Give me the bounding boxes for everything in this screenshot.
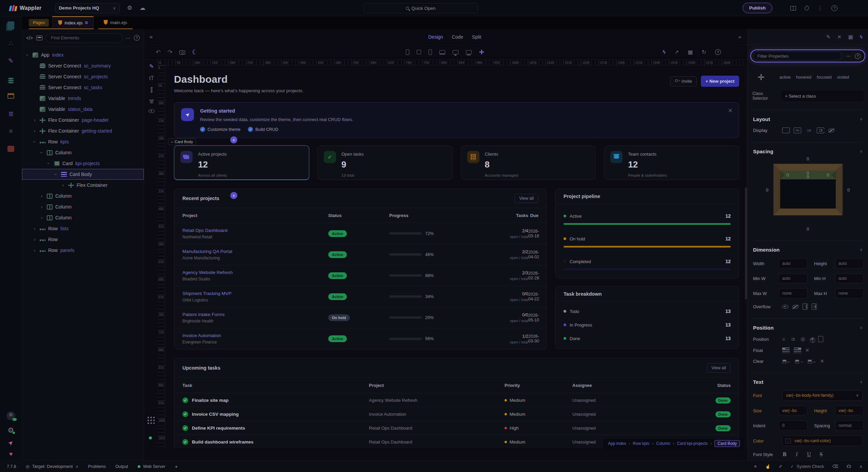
user-avatar[interactable] [6, 411, 15, 420]
tree-item[interactable]: Flex Container [22, 180, 144, 191]
letter-spacing-input[interactable]: normal [835, 421, 864, 430]
chevron-down-icon[interactable]: ∨ [860, 248, 863, 252]
server-panel-icon[interactable] [5, 90, 17, 102]
clear-none-icon[interactable]: ✕ [820, 358, 824, 364]
tree-item[interactable]: Column [22, 147, 144, 158]
expander-chevron-icon[interactable] [32, 139, 37, 144]
expander-chevron-icon[interactable] [39, 204, 44, 210]
design-panel-icon[interactable]: ✎ [5, 55, 17, 66]
tree-item[interactable]: Server Connect sc_projects [22, 71, 144, 82]
breadcrumb-item[interactable]: Row kpis [633, 441, 650, 446]
font-family-select[interactable]: var(--bs-body-font-family) ∨ [782, 390, 863, 400]
tree-item[interactable]: Variable trends [22, 93, 144, 104]
bug-icon[interactable] [846, 464, 851, 470]
close-icon[interactable]: ✕ [728, 107, 733, 114]
expander-chevron-icon[interactable] [32, 248, 37, 253]
tree-item[interactable]: Server Connect sc_tasks [22, 82, 144, 93]
tree-item[interactable]: Card Body [22, 169, 144, 180]
section-dimension[interactable]: Dimension [753, 247, 780, 253]
database-panel-icon[interactable] [5, 73, 17, 84]
color-swatch[interactable] [785, 438, 791, 444]
size-input[interactable]: var(--bs [779, 406, 807, 415]
maxh-input[interactable]: none [835, 289, 864, 298]
project-link[interactable]: Invoice Automation [182, 333, 328, 338]
heart-icon[interactable]: ♥ [9, 451, 13, 458]
pages-panel-icon[interactable] [5, 20, 17, 31]
more-menu-icon[interactable]: ⋮ [817, 5, 823, 11]
ruler-icon[interactable] [151, 87, 153, 93]
tree-item[interactable]: Card kpi-projects [22, 158, 144, 169]
tree-item[interactable]: Row lists [22, 223, 144, 234]
margin-right-value[interactable]: 0 [844, 188, 854, 193]
tree-item[interactable]: Row panels [22, 245, 144, 256]
display-block-icon[interactable] [782, 127, 790, 133]
droplet-icon[interactable] [804, 5, 810, 11]
extensions-panel-icon[interactable] [5, 143, 17, 155]
height-input[interactable]: auto [835, 259, 864, 268]
breadcrumb-item[interactable]: Column [656, 441, 670, 446]
layers-panel-icon[interactable]: ≡ [5, 125, 17, 137]
tree-item[interactable]: Flex Container getting-started [22, 125, 144, 136]
overflow-auto-icon[interactable]: A [812, 303, 817, 310]
padding-bottom-value[interactable]: 0 [807, 171, 809, 176]
padding-left-value[interactable]: 0 [787, 173, 789, 178]
chevron-down-icon[interactable]: ∨ [860, 117, 863, 121]
detach-icon[interactable]: ✕ [837, 34, 842, 40]
section-text[interactable]: Text [753, 379, 764, 385]
table-row[interactable]: Shipment Tracking MVP Orbit Logistics Ac… [174, 286, 547, 307]
screenshot-icon[interactable] [179, 51, 185, 55]
expand-right-icon[interactable]: » [738, 34, 741, 40]
thumbs-up-icon[interactable]: ☝ [765, 464, 771, 469]
display-inline-block-icon[interactable]: AB [794, 127, 801, 133]
qr-code-icon[interactable]: ▦ [688, 49, 693, 55]
margin-frame[interactable]: 0 0 0 0 [773, 164, 843, 215]
chevron-down-icon[interactable]: ∨ [860, 149, 863, 154]
position-relative-icon[interactable] [789, 336, 796, 342]
edit-pencil-icon[interactable]: ✎ [149, 63, 154, 70]
project-link[interactable]: Patient Intake Forms [182, 312, 328, 317]
device-phone-icon[interactable] [406, 50, 409, 55]
minw-input[interactable]: auto [779, 274, 807, 283]
expander-chevron-icon[interactable] [32, 226, 37, 231]
panel-more-icon[interactable]: ⋯ [846, 53, 851, 59]
expander-chevron-icon[interactable] [39, 215, 44, 220]
tab-split[interactable]: Split [472, 34, 481, 40]
kpi-card[interactable]: Team contacts 12 People & stakeholders [604, 145, 739, 180]
padding-right-value[interactable]: 0 [827, 173, 829, 178]
apps-grid-icon[interactable] [146, 416, 155, 424]
italic-icon[interactable]: I [794, 451, 799, 457]
chevron-down-icon[interactable]: ∨ [860, 380, 863, 384]
table-row[interactable]: ✓ Invoice CSV mapping Invoice Automation… [174, 407, 739, 421]
add-element-button[interactable]: + [230, 192, 237, 199]
table-row[interactable]: Manufacturing QA Portal Acme Manufacturi… [174, 244, 547, 265]
tree-item[interactable]: Row [22, 234, 144, 245]
tree-item[interactable]: App index [22, 50, 144, 60]
expander-chevron-icon[interactable] [25, 52, 30, 58]
margin-left-value[interactable]: 0 [762, 188, 772, 193]
chevron-down-icon[interactable]: ∨ [860, 326, 863, 330]
project-link[interactable]: Retail Ops Dashboard [182, 228, 328, 233]
line-height-input[interactable]: var(--bs [835, 406, 864, 415]
underline-icon[interactable]: U [807, 451, 811, 457]
gear-icon[interactable]: ⚙ [8, 426, 14, 434]
add-panel-button[interactable]: + [175, 464, 178, 469]
brush-icon[interactable]: ✐ [779, 464, 782, 469]
clear-left-icon[interactable]: ⬒← [782, 358, 791, 364]
tree-item[interactable]: Column [22, 201, 144, 212]
tree-more-icon[interactable]: ⋯ [126, 35, 131, 41]
bolt-icon[interactable]: ϟ [860, 34, 863, 40]
device-laptop-icon[interactable] [439, 50, 445, 54]
web-server-status[interactable]: Web Server [138, 464, 165, 469]
pages-chip[interactable]: Pages [29, 19, 49, 26]
clear-both-icon[interactable]: ⬒↔ [807, 358, 816, 364]
find-elements-input[interactable] [46, 33, 122, 43]
redo-icon[interactable]: ↷ [167, 48, 173, 56]
expander-chevron-icon[interactable] [46, 161, 51, 166]
tree-item[interactable]: Row kpis [22, 136, 144, 147]
table-row[interactable]: ✓ Define KPI requirements Retail Ops Das… [174, 421, 739, 435]
expander-chevron-icon[interactable] [61, 182, 65, 188]
table-row[interactable]: Agency Website Refresh Bluebird Studio A… [174, 265, 547, 286]
overflow-hidden-icon[interactable] [792, 305, 798, 309]
target-selector[interactable]: ◎ Target: Development ∨ [26, 464, 79, 469]
tree-item[interactable]: Flex Container page-header [22, 115, 144, 125]
